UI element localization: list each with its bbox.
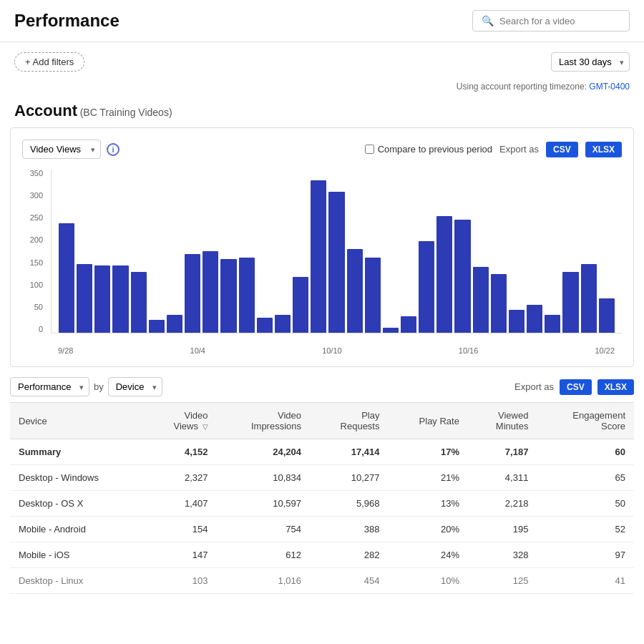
compare-checkbox-input[interactable] (365, 145, 374, 154)
metric-select[interactable]: Video Views (22, 140, 101, 159)
row-play-rate: 10% (388, 568, 467, 594)
timezone-note: Using account reporting timezone: GMT-04… (0, 82, 644, 97)
bar-30 (599, 298, 615, 333)
row-impressions: 10,834 (217, 465, 310, 491)
bar-13 (293, 277, 308, 333)
page-title: Performance (14, 11, 119, 31)
row-play-rate: 21% (388, 465, 467, 491)
account-subtitle: (BC Training Videos) (80, 107, 172, 118)
table-toolbar-left: Performance by Device (10, 377, 162, 396)
bar-11 (257, 318, 273, 333)
row-play-requests: 10,277 (310, 465, 388, 491)
bar-7 (185, 254, 200, 333)
summary-impressions: 24,204 (217, 439, 310, 465)
row-viewed-minutes: 125 (468, 568, 537, 594)
date-range-wrapper: Last 30 days (551, 52, 630, 72)
timezone-link[interactable]: GMT-0400 (589, 82, 630, 92)
bar-21 (436, 216, 452, 333)
table-csv-button[interactable]: CSV (560, 379, 592, 395)
bar-20 (419, 241, 434, 333)
bar-8 (203, 251, 218, 333)
bar-26 (527, 305, 542, 333)
chart-header-right: Compare to previous period Export as CSV… (365, 142, 622, 157)
search-box[interactable]: 🔍 (472, 10, 630, 31)
bar-19 (401, 316, 416, 333)
bar-17 (365, 258, 381, 333)
row-impressions: 612 (217, 542, 310, 568)
summary-device: Summary (10, 439, 145, 465)
row-play-requests: 282 (310, 542, 388, 568)
add-filters-button[interactable]: + Add filters (14, 52, 84, 72)
row-engagement: 65 (537, 465, 634, 491)
bar-23 (473, 267, 489, 333)
bar-18 (383, 328, 399, 333)
row-views: 154 (145, 517, 217, 542)
summary-play-rate: 17% (388, 439, 467, 465)
date-range-select[interactable]: Last 30 days (551, 52, 630, 72)
info-icon[interactable]: i (107, 143, 119, 156)
chart-xlsx-button[interactable]: XLSX (585, 142, 622, 157)
row-play-requests: 454 (310, 568, 388, 594)
bar-14 (311, 180, 326, 333)
row-device: Desktop - OS X (10, 491, 145, 517)
row-engagement: 41 (537, 568, 634, 594)
summary-engagement: 60 (537, 439, 634, 465)
bar-25 (509, 310, 525, 333)
bar-4 (131, 272, 147, 333)
bar-10 (239, 258, 255, 333)
row-play-rate: 13% (388, 491, 467, 517)
row-engagement: 97 (537, 542, 634, 568)
bar-6 (167, 315, 182, 333)
table-row: Desktop - OS X 1,407 10,597 5,968 13% 2,… (10, 491, 634, 517)
table-toolbar: Performance by Device Export as CSV XLSX (10, 377, 634, 396)
perf-select[interactable]: Performance (10, 377, 89, 396)
col-play-requests: PlayRequests (310, 403, 388, 439)
account-section: Account (BC Training Videos) (0, 97, 644, 127)
row-device: Desktop - Windows (10, 465, 145, 491)
table-row: Mobile - Android 154 754 388 20% 195 52 (10, 517, 634, 542)
chart-header: Video Views i Compare to previous period… (22, 140, 622, 159)
bar-22 (454, 220, 470, 333)
page-header: Performance 🔍 (0, 0, 644, 42)
row-engagement: 50 (537, 491, 634, 517)
row-viewed-minutes: 2,218 (468, 491, 537, 517)
row-device: Mobile - Android (10, 517, 145, 542)
row-play-rate: 24% (388, 542, 467, 568)
row-impressions: 10,597 (217, 491, 310, 517)
table-xlsx-button[interactable]: XLSX (597, 379, 634, 395)
performance-table-section: Performance by Device Export as CSV XLSX… (10, 377, 634, 594)
performance-table: Device VideoViews ▽ VideoImpressions Pla… (10, 402, 634, 594)
row-viewed-minutes: 4,311 (468, 465, 537, 491)
bar-12 (275, 315, 291, 333)
chart-csv-button[interactable]: CSV (546, 142, 578, 157)
row-views: 103 (145, 568, 217, 594)
summary-viewed-minutes: 7,187 (468, 439, 537, 465)
search-icon: 🔍 (482, 15, 494, 26)
x-axis: 9/28 10/4 10/10 10/16 10/22 (51, 336, 622, 355)
table-row: Mobile - iOS 147 612 282 24% 328 97 (10, 542, 634, 568)
summary-play-requests: 17,414 (310, 439, 388, 465)
table-row: Desktop - Windows 2,327 10,834 10,277 21… (10, 465, 634, 491)
bar-24 (491, 274, 507, 333)
row-device: Desktop - Linux (10, 568, 145, 594)
table-row: Desktop - Linux 103 1,016 454 10% 125 41 (10, 568, 634, 594)
bar-9 (220, 259, 236, 333)
device-select[interactable]: Device (108, 377, 162, 396)
bar-27 (545, 315, 560, 333)
compare-checkbox[interactable]: Compare to previous period (365, 144, 492, 155)
row-views: 147 (145, 542, 217, 568)
bar-16 (347, 249, 363, 333)
summary-views: 4,152 (145, 439, 217, 465)
row-impressions: 754 (217, 517, 310, 542)
row-views: 1,407 (145, 491, 217, 517)
col-impressions: VideoImpressions (217, 403, 310, 439)
bar-3 (112, 265, 128, 333)
col-viewed-minutes: ViewedMinutes (468, 403, 537, 439)
row-viewed-minutes: 195 (468, 517, 537, 542)
col-video-views[interactable]: VideoViews ▽ (145, 403, 217, 439)
bar-2 (94, 265, 110, 333)
chart-plot (51, 169, 622, 333)
y-axis: 350 300 250 200 150 100 50 0 (22, 169, 47, 333)
search-input[interactable] (499, 16, 620, 26)
perf-select-wrapper: Performance (10, 377, 89, 396)
